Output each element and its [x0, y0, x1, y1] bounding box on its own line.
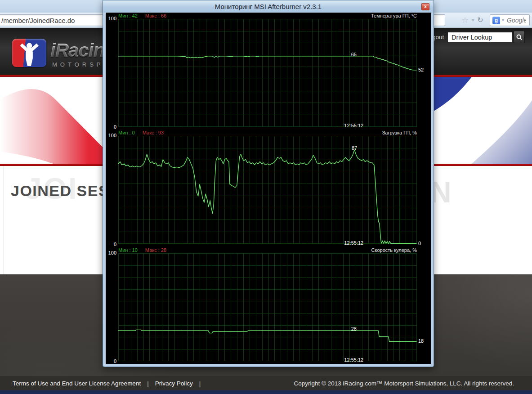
max-stat-label: Макс : 66: [145, 13, 166, 18]
footer: Terms of Use and End User License Agreem…: [0, 376, 532, 390]
close-button[interactable]: x: [421, 3, 429, 10]
banner-red-swoosh: [0, 77, 104, 164]
gpu-temperature-graph: Мин : 42 Макс : 66 Температура ГП, °C 10…: [106, 13, 431, 130]
google-logo-icon[interactable]: g: [492, 17, 500, 24]
y-axis-max-label: 100: [106, 133, 116, 138]
timestamp-label: 12:55:12: [344, 123, 363, 128]
timestamp-label: 12:55:12: [344, 357, 363, 363]
fan-speed-graph: Мин : 10 Макс : 28 Скорость кулера, % 10…: [106, 247, 431, 364]
y-axis-min-label: 0: [106, 242, 116, 247]
value-label: 52: [418, 67, 424, 72]
min-stat-label: Мин : 42: [118, 13, 138, 18]
min-stat-label: Мин : 0: [118, 130, 135, 135]
web-search-input[interactable]: [506, 16, 527, 24]
driver-lookup-input[interactable]: [448, 32, 512, 42]
max-stat-label: Макс : 28: [145, 247, 166, 253]
afterburner-window-title: Мониторинг MSI Afterburner v2.3.1: [215, 3, 322, 10]
footer-separator: |: [147, 380, 149, 387]
afterburner-window: Мониторинг MSI Afterburner v2.3.1 x Мин …: [103, 0, 434, 367]
usage-plot: 12:55:12 870: [118, 136, 417, 244]
fan-plot: 12:55:12 2818: [118, 253, 417, 361]
value-label: 0: [418, 241, 421, 246]
iracing-logo[interactable]: [12, 39, 46, 67]
graph-title: Скорость кулера, %: [371, 247, 417, 253]
afterburner-titlebar[interactable]: Мониторинг MSI Afterburner v2.3.1 x: [103, 0, 434, 13]
screen: ☆ ▾ ↻ g ▾ iRacing MOTORSPORT Logout: [0, 0, 532, 394]
bookmark-star-icon[interactable]: ☆: [461, 16, 469, 24]
iracing-figure-icon: [12, 39, 46, 67]
bottom-navy-strip: [0, 390, 532, 394]
magnifier-icon: [516, 34, 523, 41]
browser-search-box[interactable]: g ▾: [490, 14, 530, 26]
afterburner-client-area: Мин : 42 Макс : 66 Температура ГП, °C 10…: [106, 13, 431, 364]
value-label: 87: [352, 145, 357, 151]
banner-blue-swoosh: [430, 77, 532, 164]
search-engine-dropdown-icon[interactable]: ▾: [502, 18, 504, 22]
min-stat-label: Мин : 10: [118, 247, 138, 253]
content-left-border: [4, 166, 4, 274]
timestamp-label: 12:55:12: [344, 240, 363, 246]
y-axis-max-label: 100: [106, 250, 116, 255]
gpu-usage-graph: Мин : 0 Макс : 93 Загрузка ГП, % 100 0 1…: [106, 130, 431, 246]
max-stat-label: Макс : 93: [143, 130, 164, 135]
footer-separator: |: [199, 380, 201, 387]
privacy-link[interactable]: Privacy Policy: [155, 380, 193, 387]
bookmarks-dropdown-icon[interactable]: ▾: [472, 18, 474, 22]
graph-title: Температура ГП, °C: [371, 13, 417, 19]
reload-icon[interactable]: ↻: [477, 17, 483, 24]
temperature-plot: 12:55:12 6552: [118, 19, 417, 127]
y-axis-min-label: 0: [106, 124, 116, 130]
graph-title: Загрузка ГП, %: [382, 130, 417, 136]
terms-link[interactable]: Terms of Use and End User License Agreem…: [13, 380, 141, 387]
driver-lookup-search-button[interactable]: [514, 31, 525, 43]
value-label: 28: [351, 326, 357, 331]
value-label: 65: [351, 52, 357, 57]
y-axis-max-label: 100: [106, 16, 116, 21]
y-axis-min-label: 0: [106, 358, 116, 364]
copyright-text: Copyright © 2013 iRacing.com™ Motorsport…: [294, 380, 514, 387]
value-label: 18: [418, 338, 424, 344]
